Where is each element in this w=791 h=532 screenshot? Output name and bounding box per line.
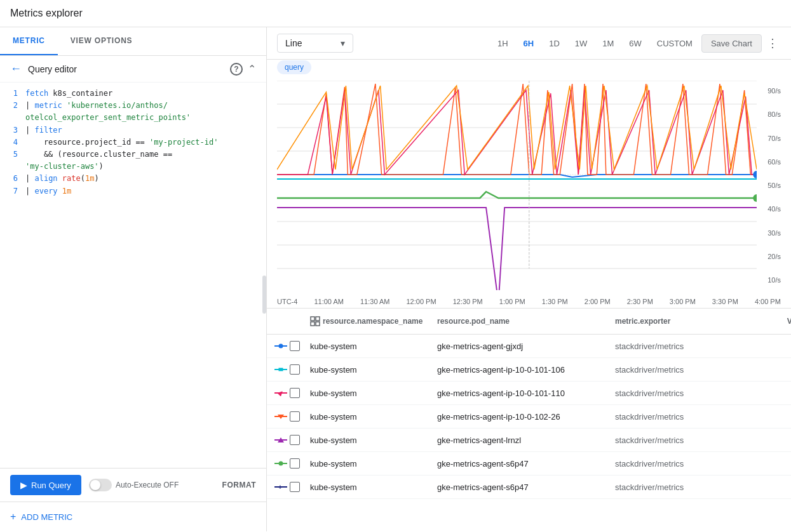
editor-bottom: ▶ Run Query Auto-Execute OFF FORMAT: [0, 468, 266, 502]
cell-exporter: stackdriver/metrics: [610, 406, 750, 428]
time-btn-1h[interactable]: 1H: [491, 35, 515, 52]
namespace-icon: [310, 316, 320, 326]
cell-value: 38.83/s: [750, 453, 791, 475]
cell-exporter: stackdriver/metrics: [610, 335, 750, 357]
col-header-exporter[interactable]: metric.exporter: [610, 314, 750, 329]
col-header-pod[interactable]: resource.pod_name: [432, 314, 610, 329]
code-line-7: 7 | every 1m: [0, 185, 266, 197]
x-label-300: 3:00 PM: [670, 298, 696, 305]
col-header-value[interactable]: Value: [750, 314, 791, 329]
cell-value: 52.58/s: [750, 406, 791, 428]
query-chip-area: query: [267, 60, 791, 74]
tab-metric[interactable]: METRIC: [0, 27, 58, 55]
tab-view-options[interactable]: VIEW OPTIONS: [58, 27, 145, 55]
row-checkbox[interactable]: [290, 458, 300, 469]
tabs-bar: METRIC VIEW OPTIONS: [0, 27, 266, 56]
table-row: + kube-system gke-metrics-agent-s6p47 st…: [267, 475, 791, 499]
x-label-200: 2:00 PM: [585, 298, 611, 305]
x-label-utc: UTC-4: [277, 298, 297, 305]
cell-exporter: stackdriver/metrics: [610, 453, 750, 475]
collapse-icon[interactable]: ⌃: [248, 63, 256, 75]
left-panel: METRIC VIEW OPTIONS ← Query editor ? ⌃ 1…: [0, 27, 267, 531]
cell-exporter: stackdriver/metrics: [610, 359, 750, 381]
run-button-label: Run Query: [31, 481, 71, 490]
time-btn-1m[interactable]: 1M: [596, 35, 620, 52]
table-row: kube-system gke-metrics-agent-ip-10-0-10…: [267, 382, 791, 405]
time-btn-1d[interactable]: 1D: [543, 35, 566, 52]
cell-exporter: stackdriver/metrics: [610, 429, 750, 451]
svg-text:+: +: [278, 484, 282, 490]
y-axis-labels: 90/s 80/s 70/s 60/s 50/s 40/s 30/s 20/s …: [767, 87, 781, 284]
format-button[interactable]: FORMAT: [222, 481, 256, 489]
code-line-6: 6 | align rate(1m): [0, 173, 266, 185]
code-line-5b: 'my-cluster-aws'): [0, 161, 266, 173]
cell-pod: gke-metrics-agent-s6p47: [432, 453, 610, 475]
row-indicator: [267, 358, 305, 381]
line-sample-icon: [274, 437, 287, 443]
cell-exporter: stackdriver/metrics: [610, 476, 750, 498]
cell-namespace: kube-system: [305, 453, 432, 475]
svg-rect-16: [316, 322, 320, 326]
cell-value: 19.1/s: [750, 429, 791, 451]
cell-pod: gke-metrics-agent-gjxdj: [432, 335, 610, 357]
row-checkbox[interactable]: [290, 411, 300, 422]
table-header: resource.namespace_name resource.pod_nam…: [267, 309, 791, 335]
cell-namespace: kube-system: [305, 359, 432, 381]
save-chart-button[interactable]: Save Chart: [701, 34, 762, 53]
svg-point-18: [279, 344, 283, 349]
col-header-namespace[interactable]: resource.namespace_name: [305, 314, 432, 329]
chart-svg: [277, 81, 757, 290]
row-checkbox[interactable]: [290, 341, 300, 351]
cell-value: 50.25/s: [750, 359, 791, 381]
x-label-230: 2:30 PM: [627, 298, 653, 305]
x-label-1100: 11:00 AM: [314, 298, 343, 305]
help-icon[interactable]: ?: [230, 63, 243, 76]
play-icon: ▶: [20, 480, 27, 490]
code-line-2b: otelcol_exporter_sent_metric_points': [0, 112, 266, 124]
row-checkbox[interactable]: [290, 388, 300, 398]
time-btn-1w[interactable]: 1W: [569, 35, 594, 52]
time-btn-6w[interactable]: 6W: [623, 35, 648, 52]
auto-execute-toggle[interactable]: [89, 479, 112, 491]
line-sample-icon: [274, 343, 287, 349]
code-line-1: 1 fetch k8s_container: [0, 88, 266, 100]
line-sample-icon: [274, 390, 287, 396]
code-line-4: 4 resource.project_id == 'my-project-id': [0, 136, 266, 149]
row-indicator: [267, 452, 305, 475]
cell-namespace: kube-system: [305, 335, 432, 357]
code-editor[interactable]: 1 fetch k8s_container 2 | metric 'kubern…: [0, 83, 266, 468]
line-sample-icon: +: [274, 484, 287, 490]
add-metric-button[interactable]: + ADD METRIC: [0, 502, 266, 531]
svg-point-10: [753, 194, 757, 202]
more-options-icon[interactable]: ⋮: [764, 34, 781, 53]
time-btn-6h[interactable]: 6H: [517, 35, 541, 52]
code-line-5: 5 && (resource.cluster_name ==: [0, 149, 266, 161]
chart-type-label: Line: [285, 38, 302, 48]
chart-type-select[interactable]: Line ▾: [277, 34, 353, 53]
table-row: kube-system gke-metrics-agent-gjxdj stac…: [267, 335, 791, 358]
cell-namespace: kube-system: [305, 406, 432, 428]
cell-pod: gke-metrics-agent-s6p47: [432, 476, 610, 498]
run-query-button[interactable]: ▶ Run Query: [10, 475, 81, 495]
code-line-2: 2 | metric 'kubernetes.io/anthos/: [0, 100, 266, 112]
table-row: kube-system gke-metrics-agent-ip-10-0-10…: [267, 358, 791, 382]
row-checkbox[interactable]: [290, 364, 300, 375]
back-arrow-icon[interactable]: ←: [10, 62, 22, 76]
line-sample-icon: [274, 367, 287, 372]
table-row: kube-system gke-metrics-agent-s6p47 stac…: [267, 452, 791, 475]
cell-pod: gke-metrics-agent-ip-10-0-101-106: [432, 359, 610, 381]
row-checkbox[interactable]: [290, 482, 300, 492]
app-title: Metrics explorer: [10, 8, 83, 18]
cell-value: 38.83/s: [750, 476, 791, 498]
x-label-130: 1:30 PM: [542, 298, 568, 305]
svg-point-28: [279, 462, 283, 466]
scroll-thumb: [262, 276, 266, 314]
cell-namespace: kube-system: [305, 382, 432, 404]
row-checkbox[interactable]: [290, 435, 300, 445]
col-header-indicator: [267, 314, 305, 329]
x-label-330: 3:30 PM: [712, 298, 738, 305]
query-editor-title: ← Query editor: [10, 62, 77, 76]
time-btn-custom[interactable]: CUSTOM: [651, 35, 699, 52]
query-chip[interactable]: query: [277, 60, 311, 74]
query-editor-header: ← Query editor ? ⌃: [0, 56, 266, 83]
